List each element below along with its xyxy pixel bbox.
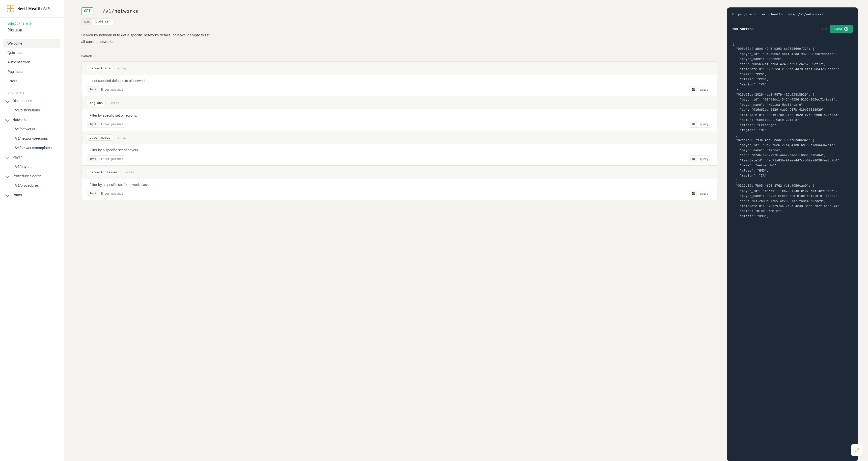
api-key-button[interactable] <box>851 444 863 456</box>
parameter-controls: Try ItINquery <box>87 156 711 162</box>
arrow-right-circle-icon <box>844 27 848 31</box>
key-icon <box>854 447 860 453</box>
parameter-location-pill: INquery <box>689 86 711 93</box>
request-url: https://neuron.serifhealth.com/api/v1/ne… <box>727 7 858 21</box>
parameter-location-in: IN <box>689 121 698 128</box>
logo-icon <box>7 5 14 12</box>
try-it-pill: Try It <box>87 86 126 93</box>
nav-item-welcome[interactable]: Welcome <box>3 39 60 48</box>
svg-point-0 <box>855 450 857 452</box>
parameter-controls: Try ItINquery <box>87 190 711 197</box>
parameter-controls: Try ItINquery <box>87 86 711 93</box>
parameter-network_ids: network_idsarrayIf not supplied defaults… <box>82 62 717 96</box>
chevron-down-icon <box>5 155 10 159</box>
nav-group-label: Procedure Search <box>12 174 41 178</box>
auth-pill: Auth X-API-KEY <box>81 18 113 25</box>
nav-group-networks[interactable]: Networks <box>3 115 60 124</box>
parameter-body: Filter by specific set of regions.Try It… <box>82 109 717 131</box>
nav-sub-item[interactable]: /v1/payers <box>3 162 60 171</box>
parameter-header: network_classesarray <box>82 166 717 179</box>
auth-scheme: X-API-KEY <box>92 19 113 25</box>
parameter-location-pill: INquery <box>689 156 711 162</box>
parameter-input[interactable] <box>99 121 126 128</box>
endpoint-description: Search by network id to get a specific n… <box>81 32 210 44</box>
nav-sub-item[interactable]: /v1/networks/regions <box>3 134 60 143</box>
parameter-name: network_ids <box>87 65 113 71</box>
parameter-description: Filter by a specific set of payers. <box>87 148 711 152</box>
nav-group-label: Rates <box>12 193 22 197</box>
response-hint: Got <box>822 27 827 31</box>
nav-sub-item[interactable]: /v1/networks/templates <box>3 143 60 153</box>
try-it-label: Try It <box>87 121 99 128</box>
nav-group-label: Payer <box>12 155 22 159</box>
try-it-label: Try It <box>87 87 99 93</box>
parameter-location-value: query <box>697 87 711 93</box>
parameter-input[interactable] <box>99 190 126 197</box>
nav-primary-list: WelcomeQuickstartAuthenticationPaginatio… <box>3 39 60 86</box>
nav-groups: Distributions/v1/distributionsNetworks/v… <box>3 96 60 200</box>
sidebar-nav: WelcomeQuickstartAuthenticationPaginatio… <box>0 34 64 461</box>
method-badge: GET <box>81 7 93 15</box>
nav-group-distributions[interactable]: Distributions <box>3 96 60 105</box>
parameters-box: network_idsarrayIf not supplied defaults… <box>81 61 717 200</box>
endpoint-dot: • <box>97 9 98 13</box>
parameter-body: Filter by a specific set of payers.Try I… <box>82 144 717 165</box>
try-it-pill: Try It <box>87 121 126 128</box>
parameter-input[interactable] <box>99 156 126 162</box>
brand-suffix: API <box>42 6 51 11</box>
nav-item-pagination[interactable]: Pagination <box>3 67 60 76</box>
parameter-network_classes: network_classesarrayFilter by a specific… <box>82 165 717 200</box>
sidebar-header: Serif Health API <box>0 0 64 18</box>
parameter-type: array <box>111 101 119 105</box>
parameter-name: regions <box>87 100 105 106</box>
nav-group-payer[interactable]: Payer <box>3 153 60 162</box>
parameter-location-in: IN <box>689 190 698 197</box>
parameter-location-value: query <box>697 156 711 162</box>
sidebar: Serif Health API VERSION 1.0.0 Neuron We… <box>0 0 64 461</box>
nav-sub-item[interactable]: /v1/distributions <box>3 105 60 115</box>
parameter-body: If not supplied defaults to all networks… <box>82 75 717 96</box>
parameter-controls: Try ItINquery <box>87 121 711 128</box>
nav-section-endpoints: ENDPOINTS <box>3 86 60 96</box>
sidebar-version-block: VERSION 1.0.0 Neuron <box>0 18 64 34</box>
parameter-location-in: IN <box>689 87 698 93</box>
parameter-input[interactable] <box>99 87 126 93</box>
brand-name-text: Serif Health <box>17 6 42 11</box>
auth-label: Auth <box>82 19 92 25</box>
send-button-label: Send <box>834 27 842 31</box>
parameter-payer_names: payer_namesarrayFilter by a specific set… <box>82 131 717 165</box>
try-it-pill: Try It <box>87 190 126 197</box>
response-panel: https://neuron.serifhealth.com/api/v1/ne… <box>727 7 858 461</box>
nav-sub-item[interactable]: /v1/procedures <box>3 181 60 190</box>
nav-group-label: Networks <box>12 118 27 122</box>
chevron-down-icon <box>5 99 10 103</box>
nav-group-rates[interactable]: Rates <box>3 190 60 200</box>
parameter-type: array <box>125 171 134 174</box>
endpoint-header: GET • /v1/networks <box>81 7 717 15</box>
try-it-pill: Try It <box>87 156 126 162</box>
parameter-description: If not supplied defaults to all networks… <box>87 79 711 83</box>
send-button[interactable]: Send <box>830 25 852 33</box>
product-name: Neuron <box>7 27 56 33</box>
chevron-down-icon <box>5 174 10 178</box>
try-it-label: Try It <box>87 156 99 162</box>
response-status-row: 200 SUCCESS Got Send <box>727 21 858 37</box>
chevron-down-icon <box>5 118 10 122</box>
nav-item-quickstart[interactable]: Quickstart <box>3 48 60 58</box>
nav-sub-item[interactable]: /v1/networks <box>3 124 60 134</box>
parameter-type: array <box>118 67 127 70</box>
nav-item-errors[interactable]: Errors <box>3 76 60 86</box>
parameter-header: regionsarray <box>82 96 717 109</box>
parameter-type: array <box>118 136 127 139</box>
response-body: { "005b37af-ab0d-4243-b393-cb252569ef12"… <box>727 37 858 461</box>
parameter-location-value: query <box>697 190 711 197</box>
response-status: 200 SUCCESS <box>732 27 753 31</box>
version-tag: VERSION 1.0.0 <box>7 22 56 26</box>
nav-group-label: Distributions <box>12 99 32 103</box>
parameter-description: Filter by a specific set fo network clas… <box>87 183 711 187</box>
nav-group-procedure-search[interactable]: Procedure Search <box>3 171 60 181</box>
response-column: https://neuron.serifhealth.com/api/v1/ne… <box>727 0 868 461</box>
nav-item-authentication[interactable]: Authentication <box>3 58 60 67</box>
parameter-header: payer_namesarray <box>82 131 717 144</box>
try-it-label: Try It <box>87 190 99 197</box>
